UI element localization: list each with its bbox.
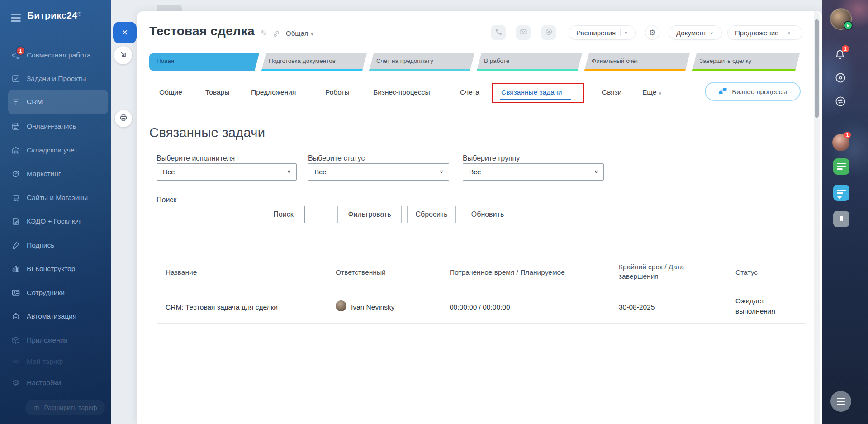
document-pen-icon: [11, 217, 20, 226]
sidebar-item-collaboration[interactable]: Совместная работа 1: [0, 43, 111, 67]
scrollbar-thumb[interactable]: [815, 19, 819, 118]
sidebar-item-tasks[interactable]: Задачи и Проекты: [0, 67, 111, 91]
edit-title-icon[interactable]: ✎: [261, 29, 267, 38]
user2-avatar[interactable]: 1: [832, 134, 849, 151]
sidebar-item-online-booking[interactable]: Онлайн-запись: [0, 114, 111, 138]
stage-close-deal[interactable]: Завершить сделку: [692, 53, 800, 71]
notes-button[interactable]: [833, 158, 849, 175]
tab-general[interactable]: Общие: [159, 88, 182, 96]
print-button[interactable]: [115, 110, 132, 127]
filter-button[interactable]: Фильтровать: [337, 206, 402, 223]
business-processes-button[interactable]: Бизнес-процессы: [705, 82, 801, 101]
gear-icon: ⚙: [649, 28, 655, 38]
sidebar-item-marketing[interactable]: Маркетинг: [0, 162, 111, 186]
sidebar-item-bi[interactable]: BI Конструктор: [0, 257, 111, 281]
status-cell: Ожидает выполнения: [735, 295, 786, 316]
sidebar-item-plan[interactable]: ∞ Мой тариф: [0, 350, 111, 373]
time-cell: 00:00:00 / 00:00:00: [450, 302, 510, 312]
call-button[interactable]: [491, 25, 506, 40]
chevron-down-icon: ∨: [440, 164, 443, 180]
robot-icon: [11, 312, 20, 321]
document-button[interactable]: Документ∨: [669, 25, 722, 40]
upgrade-plan-button[interactable]: Расширить тариф: [25, 400, 105, 415]
status-select[interactable]: Все∨: [308, 163, 449, 181]
menu-toggle-icon[interactable]: [11, 14, 21, 24]
messenger-button[interactable]: [833, 185, 849, 201]
minimize-slider-button[interactable]: [114, 46, 132, 64]
tab-quotes[interactable]: Предложения: [251, 88, 296, 96]
clock-icon: ◷: [77, 10, 82, 16]
stage-preparation[interactable]: Подготовка документов: [261, 53, 367, 71]
tab-invoices[interactable]: Счета: [460, 88, 479, 96]
sidebar-item-automation[interactable]: Автоматизация: [0, 305, 111, 328]
extensions-button[interactable]: Расширения ∨: [569, 25, 636, 40]
arrow-corner-icon: [119, 50, 127, 60]
stage-color-strip: [477, 69, 582, 71]
table-row-divider: [157, 323, 806, 324]
chevron-down-icon: ∨: [594, 164, 598, 180]
deal-slider-card: Тестовая сделка ✎ Общая ▼ Расширения ∨ ⚙…: [137, 11, 822, 424]
responsible-avatar: [336, 300, 346, 311]
sidebar-item-sites[interactable]: Сайты и Магазины: [0, 186, 111, 210]
chevron-down-icon: ∨: [659, 91, 662, 95]
chat-history-button[interactable]: [834, 95, 847, 110]
quick-menu-button[interactable]: [830, 391, 851, 412]
search-button[interactable]: Поиск: [262, 206, 305, 223]
stage-in-progress[interactable]: В работе: [477, 53, 582, 71]
sidebar-item-crm[interactable]: CRM: [8, 90, 108, 114]
bookmark-button[interactable]: [833, 211, 849, 227]
app-logo[interactable]: Битрикс24◷: [27, 10, 82, 21]
signature-pen-icon: [11, 241, 20, 250]
close-slider-button[interactable]: ×: [113, 22, 137, 43]
stage-prepayment[interactable]: Счёт на предоплату: [369, 53, 474, 71]
assignee-select[interactable]: Все∨: [157, 163, 297, 181]
search-input[interactable]: [157, 206, 262, 223]
sidebar-item-inventory[interactable]: Складской учёт: [0, 138, 111, 162]
warehouse-icon: [11, 146, 20, 155]
settings-button[interactable]: ⚙: [645, 25, 659, 40]
pipeline-selector[interactable]: Общая ▼: [286, 29, 314, 38]
stage-color-strip: [692, 69, 800, 71]
printer-icon: [119, 114, 128, 124]
column-header-status: Статус: [735, 267, 758, 277]
bp-diagram-icon: [718, 86, 727, 97]
stage-color-strip: [584, 69, 690, 71]
tab-links[interactable]: Связи: [602, 88, 621, 96]
group-select[interactable]: Все∨: [463, 163, 604, 181]
bitrix24-deal-page: Битрикс24◷ Совместная работа 1 Задачи и …: [0, 0, 868, 424]
tab-more[interactable]: Еще ∨: [642, 88, 662, 96]
copy-link-icon[interactable]: [272, 30, 280, 40]
tab-business-processes[interactable]: Бизнес-процессы: [373, 88, 430, 96]
mail-icon: [520, 28, 527, 38]
refresh-button[interactable]: Обновить: [462, 206, 513, 223]
pulse-button[interactable]: [834, 71, 847, 86]
notifications-badge: 1: [842, 45, 849, 52]
sidebar-item-employees[interactable]: Сотрудники: [0, 281, 111, 305]
tab-robots[interactable]: Роботы: [325, 88, 350, 96]
sidebar-item-sign[interactable]: Подпись: [0, 233, 111, 257]
stage-new[interactable]: Новая: [149, 53, 259, 71]
chat-history-icon: [834, 95, 847, 108]
reset-button[interactable]: Сбросить: [407, 206, 456, 223]
bar-chart-icon: [11, 264, 20, 273]
play-status-icon[interactable]: ▶: [844, 21, 853, 30]
tab-products[interactable]: Товары: [205, 88, 229, 96]
filter-label-status: Выберите статус: [308, 154, 365, 162]
open-line-button[interactable]: [541, 25, 556, 40]
email-button[interactable]: [516, 25, 531, 40]
crm-funnel-icon: [11, 97, 20, 106]
offer-button[interactable]: Предложение ∨: [727, 25, 802, 40]
user-avatar[interactable]: ▶: [830, 8, 852, 30]
cart-icon: [11, 193, 20, 202]
infinity-icon: ∞: [11, 357, 20, 366]
notifications-button[interactable]: 1: [833, 48, 847, 63]
gift-icon: [33, 404, 40, 411]
sidebar-item-apps[interactable]: Приложения: [0, 329, 111, 352]
filter-label-group: Выберите группу: [463, 154, 520, 162]
sidebar-item-kedo[interactable]: КЭДО + Госключ: [0, 210, 111, 233]
stage-final-invoice[interactable]: Финальный счёт: [584, 53, 690, 71]
sidebar-item-settings[interactable]: ⚙ Настройки: [0, 371, 111, 395]
responsible-cell[interactable]: Ivan Nevinsky: [351, 302, 394, 312]
task-name-cell[interactable]: CRM: Тестовая задача для сделки: [166, 302, 278, 312]
sidebar-divider: [0, 32, 111, 32]
